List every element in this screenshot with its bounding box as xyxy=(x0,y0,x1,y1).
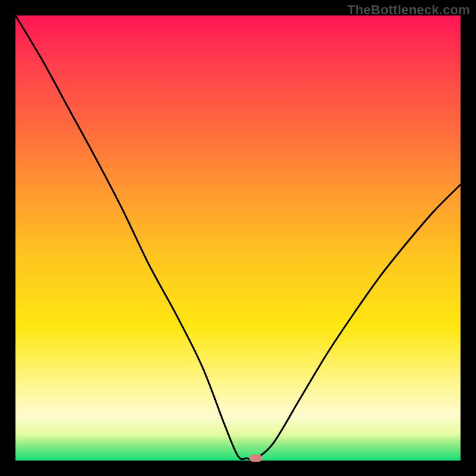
chart-frame: TheBottleneck.com xyxy=(0,0,476,476)
optimal-point-marker xyxy=(249,455,262,462)
watermark-text: TheBottleneck.com xyxy=(347,2,470,18)
plot-gradient-background xyxy=(15,15,461,461)
